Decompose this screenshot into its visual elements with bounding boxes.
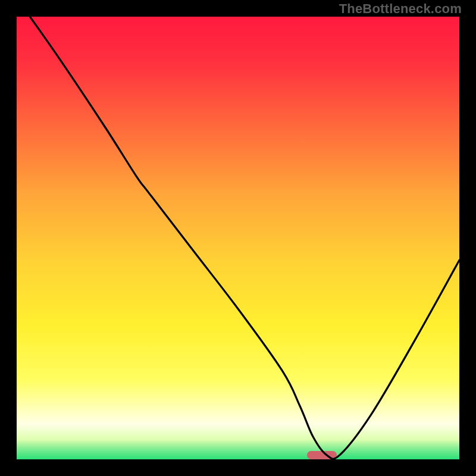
chart-frame	[13, 13, 463, 463]
watermark-text: TheBottleneck.com	[339, 1, 462, 17]
plot-area	[17, 17, 459, 459]
bottleneck-curve	[17, 17, 459, 459]
